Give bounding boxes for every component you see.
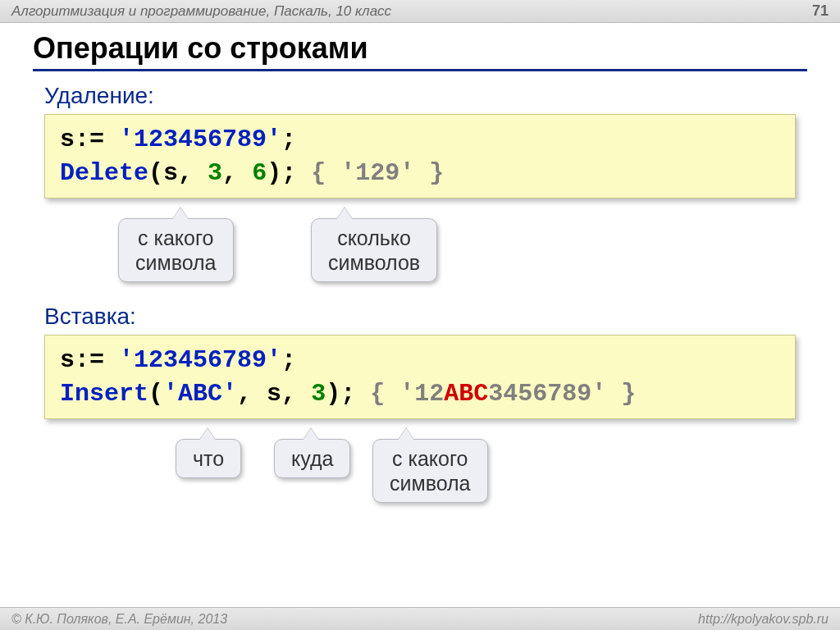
callout-from-char: с какого символа	[118, 218, 234, 282]
comment-open: {	[370, 380, 385, 408]
code-close: );	[267, 159, 296, 187]
callout-from-char: с какого символа	[372, 439, 488, 503]
page-number: 71	[812, 2, 829, 20]
code-func: Delete	[60, 159, 148, 187]
code-assign: :=	[75, 346, 104, 374]
code-open: (	[148, 380, 163, 408]
copyright: © К.Ю. Поляков, Е.А. Ерёмин, 2013	[11, 612, 227, 627]
callout-text: сколько символов	[328, 226, 420, 274]
code-delete: s:= '123456789'; Delete(s, 3, 6); { '129…	[44, 114, 796, 199]
code-arg2: s	[267, 380, 281, 408]
comment-body: '129'	[340, 159, 414, 187]
comment-close: }	[429, 159, 444, 187]
comment-close: }	[621, 380, 636, 408]
page-title: Операции со строками	[33, 31, 807, 71]
code-assign: :=	[75, 126, 104, 153]
code-var: s	[60, 126, 75, 153]
callout-text: с какого символа	[390, 447, 471, 495]
comment-highlight: ABC	[444, 380, 488, 408]
callouts-delete: с какого символа сколько символов	[44, 203, 796, 285]
code-arg3: 6	[252, 159, 267, 187]
callout-tail-icon	[303, 428, 319, 441]
code-semi: ;	[281, 346, 296, 374]
comment-pre: '12	[399, 380, 444, 408]
footer-url: http://kpolyakov.spb.ru	[698, 612, 829, 627]
code-open: (	[148, 159, 163, 187]
code-var: s	[60, 346, 75, 374]
code-semi: ;	[281, 126, 296, 153]
callout-how-many: сколько символов	[311, 218, 437, 282]
slide-content: Операции со строками Удаление: s:= '1234…	[0, 23, 840, 506]
callout-where: куда	[274, 439, 350, 478]
breadcrumb: Алгоритмизация и программирование, Паска…	[11, 3, 391, 20]
section-insert-label: Вставка:	[44, 304, 807, 330]
code-string: '123456789'	[119, 346, 281, 374]
code-comma: ,	[222, 159, 237, 187]
code-comma: ,	[281, 380, 296, 408]
callouts-insert: что куда с какого символа	[44, 424, 796, 506]
code-arg3: 3	[311, 380, 326, 408]
callout-tail-icon	[398, 428, 414, 441]
code-insert: s:= '123456789'; Insert('ABC', s, 3); { …	[44, 335, 796, 419]
callout-what: что	[176, 439, 241, 478]
callout-text: с какого символа	[135, 226, 217, 274]
code-arg1: 'ABC'	[163, 380, 237, 408]
code-comma: ,	[178, 159, 193, 187]
top-bar: Алгоритмизация и программирование, Паска…	[0, 0, 840, 23]
section-delete-label: Удаление:	[44, 83, 807, 109]
bottom-bar: © К.Ю. Поляков, Е.А. Ерёмин, 2013 http:/…	[0, 607, 840, 630]
code-comma: ,	[237, 380, 252, 408]
code-string: '123456789'	[119, 126, 281, 153]
code-arg2: 3	[208, 159, 222, 187]
code-func: Insert	[60, 380, 148, 408]
callout-text: что	[193, 447, 224, 470]
callout-tail-icon	[336, 208, 353, 220]
callout-tail-icon	[199, 428, 216, 441]
comment-open: {	[311, 159, 326, 187]
code-arg1: s	[163, 159, 178, 187]
callout-text: куда	[291, 447, 333, 470]
code-close: );	[326, 380, 355, 408]
comment-post: 3456789'	[488, 380, 606, 408]
callout-tail-icon	[172, 208, 189, 220]
